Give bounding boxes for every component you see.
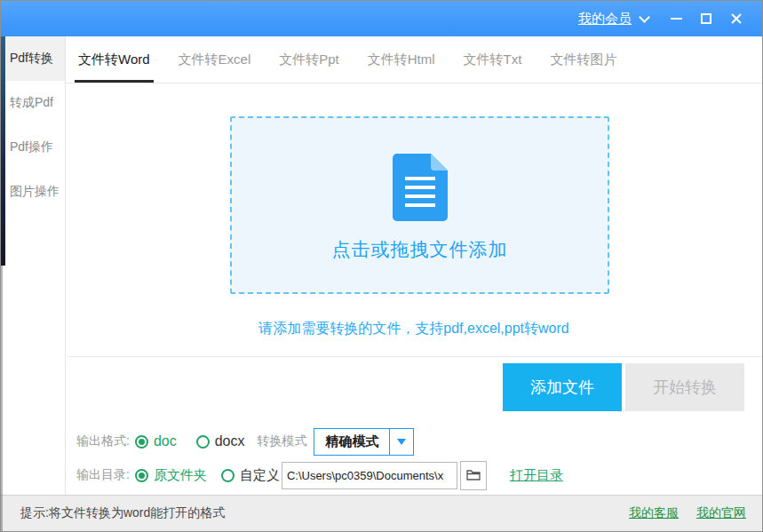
tab-label: 文件转Ppt [279,52,339,68]
tab-file-to-ppt[interactable]: 文件转Ppt [277,36,341,83]
sidebar-item-pdf-convert[interactable]: Pdf转换 [1,36,65,81]
radio-docx[interactable] [196,435,210,449]
tab-label: 文件转Word [78,52,150,68]
start-convert-button[interactable]: 开始转换 [625,363,744,411]
customer-service-link[interactable]: 我的客服 [629,505,679,521]
tab-file-to-excel[interactable]: 文件转Excel [177,36,253,83]
radio-docx-label[interactable]: docx [215,433,245,449]
radio-original-folder-label[interactable]: 原文件夹 [154,467,207,484]
tab-label: 文件转Txt [464,52,522,68]
sidebar-item-label: 转成Pdf [10,95,53,111]
sidebar-item-pdf-ops[interactable]: Pdf操作 [1,125,65,170]
left-dark-strip [1,36,5,266]
caret-down-icon [397,439,406,445]
title-bar: 我的会员 [1,1,762,36]
output-directory-row: 输出目录: 原文件夹 自定义 打开目录 [76,461,563,489]
tab-file-to-word[interactable]: 文件转Word [76,36,152,83]
official-site-link[interactable]: 我的官网 [696,505,746,521]
dropzone-label: 点击或拖拽文件添加 [332,237,508,262]
sidebar-item-image-ops[interactable]: 图片操作 [1,170,65,214]
chevron-down-icon[interactable] [639,12,650,23]
close-button[interactable] [721,6,751,31]
sidebar-item-label: 图片操作 [10,184,60,200]
membership-link[interactable]: 我的会员 [578,11,632,28]
convert-mode-dropdown[interactable]: 精确模式 [314,428,414,456]
main-content: 点击或拖拽文件添加 请添加需要转换的文件，支持pdf,excel,ppt转wor… [66,83,762,495]
tab-file-to-txt[interactable]: 文件转Txt [462,36,524,83]
tab-file-to-html[interactable]: 文件转Html [366,36,437,83]
output-directory-label: 输出目录: [76,467,130,483]
output-format-row: 输出格式: doc docx 转换模式 精确模式 [76,427,414,456]
tab-file-to-image[interactable]: 文件转图片 [548,36,618,83]
tab-label: 文件转图片 [550,52,616,68]
status-links: 我的客服 我的官网 [629,505,746,521]
radio-custom-label[interactable]: 自定义 [240,467,280,484]
browse-folder-button[interactable] [460,461,487,490]
app-window: 我的会员 Pdf转换 转成Pdf Pdf操作 图片操作 文件转Word 文件转E… [0,0,763,532]
maximize-button[interactable] [691,6,721,31]
radio-custom[interactable] [221,469,234,482]
left-window-edge [1,266,3,531]
add-files-button[interactable]: 添加文件 [503,363,622,411]
radio-doc-label[interactable]: doc [154,433,177,449]
radio-original-folder[interactable] [135,469,148,482]
action-buttons: 添加文件 开始转换 [503,363,744,411]
tab-label: 文件转Excel [179,52,251,68]
document-icon [393,154,448,221]
radio-doc[interactable] [135,435,148,449]
tab-label: 文件转Html [368,52,435,68]
sidebar: Pdf转换 转成Pdf Pdf操作 图片操作 [1,36,66,495]
maximize-icon [701,13,711,24]
output-path-input[interactable] [282,462,457,489]
output-format-label: 输出格式: [76,433,130,449]
minimize-button[interactable] [661,6,691,31]
minimize-icon [671,18,682,20]
sidebar-item-label: Pdf转换 [10,51,53,67]
sidebar-item-to-pdf[interactable]: 转成Pdf [1,81,65,125]
dropdown-arrow-button[interactable] [389,429,413,455]
file-drop-zone[interactable]: 点击或拖拽文件添加 [230,116,609,294]
convert-mode-label: 转换模式 [257,433,306,449]
convert-mode-value: 精确模式 [314,429,389,455]
open-directory-link[interactable]: 打开目录 [510,467,563,484]
hint-text: 请添加需要转换的文件，支持pdf,excel,ppt转word [66,320,762,338]
close-icon [730,12,743,25]
status-bar: 提示:将文件转换为word能打开的格式 我的客服 我的官网 [1,495,762,531]
sidebar-item-label: Pdf操作 [10,139,53,155]
folder-icon [466,469,481,481]
divider [68,356,762,357]
status-tip: 提示:将文件转换为word能打开的格式 [20,505,225,521]
tab-bar: 文件转Word 文件转Excel 文件转Ppt 文件转Html 文件转Txt 文… [66,36,762,83]
